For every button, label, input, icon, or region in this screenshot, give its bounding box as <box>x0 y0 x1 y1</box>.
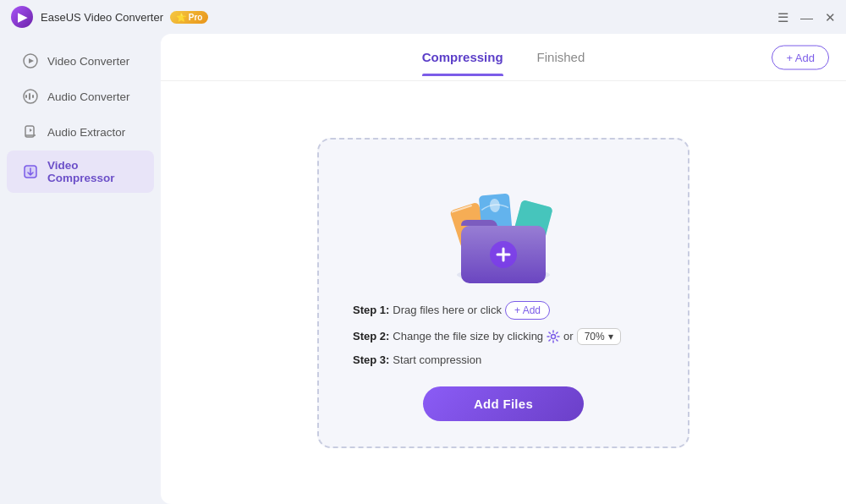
header-add-button[interactable]: + Add <box>772 45 829 69</box>
sidebar-item-audio-extractor-label: Audio Extractor <box>47 126 125 139</box>
close-button[interactable]: ✕ <box>825 11 836 24</box>
folder-illustration <box>431 165 575 288</box>
drop-zone: Step 1: Drag files here or click + Add S… <box>317 138 689 448</box>
tab-compressing[interactable]: Compressing <box>422 38 503 76</box>
step3-text: Start compression <box>393 353 481 366</box>
sidebar-item-video-converter[interactable]: Video Converter <box>7 44 154 78</box>
video-converter-icon <box>22 52 39 69</box>
svg-rect-6 <box>32 95 34 98</box>
tab-finished[interactable]: Finished <box>537 38 585 76</box>
svg-point-21 <box>552 334 556 338</box>
audio-converter-icon <box>22 88 39 105</box>
main-layout: Video Converter Audio Converter <box>0 34 846 504</box>
audio-extractor-icon <box>22 123 39 140</box>
drop-zone-wrapper: Step 1: Drag files here or click + Add S… <box>161 81 846 504</box>
sidebar-item-video-compressor-label: Video Compressor <box>47 159 139 184</box>
title-bar-left: ▶ EaseUS Video Converter ⭐ Pro <box>10 5 208 29</box>
pro-badge: ⭐ Pro <box>170 11 208 24</box>
step3-bold: Step 3: <box>353 353 389 366</box>
step2-text: Change the file size by clicking <box>393 330 543 342</box>
step1-bold: Step 1: <box>353 304 389 316</box>
app-logo: ▶ <box>10 5 34 29</box>
steps: Step 1: Drag files here or click + Add S… <box>353 301 654 366</box>
sidebar-item-video-converter-label: Video Converter <box>47 55 129 68</box>
menu-button[interactable]: ☰ <box>777 11 788 24</box>
minimize-button[interactable]: — <box>800 11 813 24</box>
video-compressor-icon <box>22 163 39 180</box>
sidebar-item-audio-extractor[interactable]: Audio Extractor <box>7 115 154 149</box>
step2-bold: Step 2: <box>353 330 389 342</box>
svg-text:▶: ▶ <box>18 10 28 24</box>
compression-dropdown[interactable]: 70% ▾ <box>577 328 621 345</box>
inline-add-button[interactable]: + Add <box>505 301 550 320</box>
step1-text: Drag files here or click <box>393 304 502 316</box>
title-bar: ▶ EaseUS Video Converter ⭐ Pro ☰ — ✕ <box>0 0 846 34</box>
step-1: Step 1: Drag files here or click + Add <box>353 301 654 320</box>
step-3: Step 3: Start compression <box>353 353 654 366</box>
title-bar-controls: ☰ — ✕ <box>777 11 836 24</box>
chevron-down-icon: ▾ <box>608 331 613 342</box>
sidebar: Video Converter Audio Converter <box>0 34 161 504</box>
svg-marker-3 <box>29 58 34 63</box>
sidebar-item-audio-converter-label: Audio Converter <box>47 90 130 103</box>
app-title: EaseUS Video Converter <box>41 11 163 24</box>
step-2: Step 2: Change the file size by clicking… <box>353 328 654 345</box>
sidebar-item-video-compressor[interactable]: Video Compressor <box>7 151 154 193</box>
tab-bar: Compressing Finished + Add <box>161 34 846 81</box>
step2-or: or <box>563 330 574 342</box>
gear-icon[interactable] <box>547 330 560 343</box>
content-area: Compressing Finished + Add <box>161 34 846 504</box>
svg-rect-5 <box>29 93 30 100</box>
add-files-button[interactable]: Add Files <box>423 386 584 421</box>
tabs: Compressing Finished <box>178 38 829 76</box>
sidebar-item-audio-converter[interactable]: Audio Converter <box>7 79 154 113</box>
svg-rect-7 <box>25 95 27 98</box>
